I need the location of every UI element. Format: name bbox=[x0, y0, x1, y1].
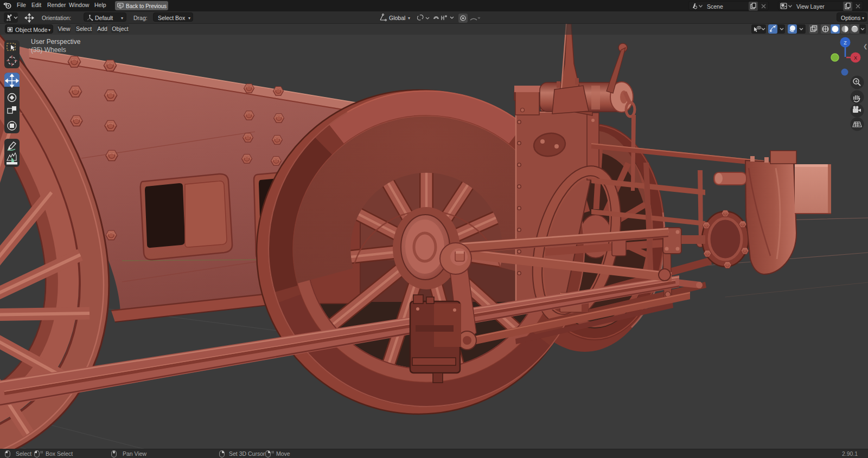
svg-text:❮: ❮ bbox=[863, 43, 867, 50]
svg-text:(35) Wheels: (35) Wheels bbox=[31, 46, 66, 54]
svg-text:X: X bbox=[854, 55, 857, 61]
svg-text:User Perspective: User Perspective bbox=[31, 38, 81, 46]
svg-text:Z: Z bbox=[844, 40, 847, 46]
